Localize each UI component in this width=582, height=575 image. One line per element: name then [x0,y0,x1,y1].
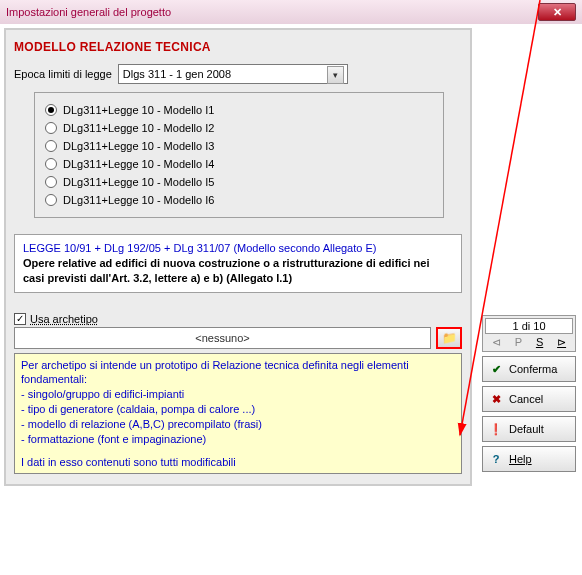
epoch-select[interactable]: Dlgs 311 - 1 gen 2008 [118,64,348,84]
pager: 1 di 10 ⊲ P S ⊳ [482,315,576,352]
radio-icon [45,194,57,206]
radio-icon [45,158,57,170]
close-button[interactable]: ✕ [538,3,576,21]
archetype-value[interactable]: <nessuno> [14,327,431,349]
cancel-button[interactable]: ✖ Cancel [482,386,576,412]
model-radio-5[interactable]: DLg311+Legge 10 - Modello I5 [45,173,433,191]
model-radio-6[interactable]: DLg311+Legge 10 - Modello I6 [45,191,433,209]
model-radio-2[interactable]: DLg311+Legge 10 - Modello I2 [45,119,433,137]
archetype-browse-button[interactable]: 📁 [436,327,462,349]
model-radio-group: DLg311+Legge 10 - Modello I1 DLg311+Legg… [34,92,444,218]
pager-first: ⊲ [492,336,501,349]
section-title: MODELLO RELAZIONE TECNICA [14,40,462,54]
model-radio-4[interactable]: DLg311+Legge 10 - Modello I4 [45,155,433,173]
radio-icon [45,122,57,134]
radio-label: DLg311+Legge 10 - Modello I6 [63,194,214,206]
check-icon: ✔ [489,363,503,376]
help-button[interactable]: ? Help [482,446,576,472]
pager-text: 1 di 10 [485,318,573,334]
epoch-label: Epoca limiti di legge [14,68,112,80]
radio-icon [45,104,57,116]
radio-label: DLg311+Legge 10 - Modello I1 [63,104,214,116]
settings-panel: MODELLO RELAZIONE TECNICA Epoca limiti d… [4,28,472,486]
folder-icon: 📁 [442,331,457,345]
radio-label: DLg311+Legge 10 - Modello I2 [63,122,214,134]
radio-icon [45,140,57,152]
pager-last[interactable]: ⊳ [557,336,566,349]
radio-icon [45,176,57,188]
use-archetype-label: Usa archetipo [30,313,98,325]
info-line-1: LEGGE 10/91 + DLg 192/05 + DLg 311/07 (M… [23,241,453,256]
right-button-panel: 1 di 10 ⊲ P S ⊳ ✔ Conferma ✖ Cancel ❗ De… [482,315,576,472]
model-info-box: LEGGE 10/91 + DLg 192/05 + DLg 311/07 (M… [14,234,462,293]
x-icon: ✖ [489,393,503,406]
confirm-button[interactable]: ✔ Conferma [482,356,576,382]
window-title: Impostazioni generali del progetto [6,6,171,18]
info-line-2: Opere relative ad edifici di nuova costr… [23,256,453,286]
pager-prev: P [515,336,522,349]
archetype-description: Per archetipo si intende un prototipo di… [14,353,462,475]
model-radio-1[interactable]: DLg311+Legge 10 - Modello I1 [45,101,433,119]
epoch-select-value: Dlgs 311 - 1 gen 2008 [123,68,231,80]
radio-label: DLg311+Legge 10 - Modello I3 [63,140,214,152]
default-button[interactable]: ❗ Default [482,416,576,442]
help-icon: ? [489,453,503,465]
model-radio-3[interactable]: DLg311+Legge 10 - Modello I3 [45,137,433,155]
use-archetype-checkbox[interactable] [14,313,26,325]
pager-next[interactable]: S [536,336,543,349]
radio-label: DLg311+Legge 10 - Modello I4 [63,158,214,170]
exclaim-icon: ❗ [489,423,503,436]
radio-label: DLg311+Legge 10 - Modello I5 [63,176,214,188]
close-icon: ✕ [553,6,562,19]
